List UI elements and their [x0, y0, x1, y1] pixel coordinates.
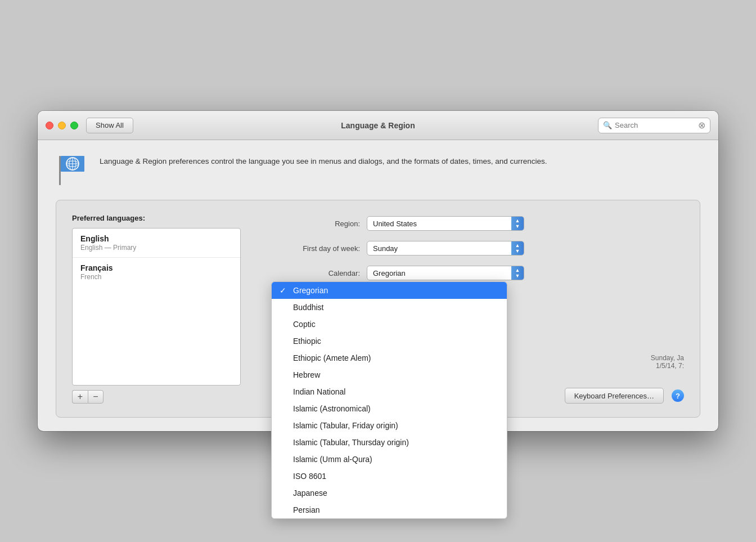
keyboard-preferences-button[interactable]: Keyboard Preferences…: [565, 388, 664, 404]
stepper-up-icon: ▲: [515, 268, 520, 273]
minimize-button[interactable]: [58, 122, 66, 129]
region-stepper[interactable]: ▲ ▼: [511, 217, 524, 230]
dropdown-item-islamic-umm[interactable]: Islamic (Umm al-Qura): [272, 451, 507, 468]
dropdown-item-ethiopic-amete[interactable]: Ethiopic (Amete Alem): [272, 350, 507, 366]
search-clear-icon[interactable]: ⊗: [698, 121, 705, 130]
calendar-row: Calendar: Gregorian ▲ ▼ Gregorian: [270, 266, 684, 280]
description-text: Language & Region preferences control th…: [100, 154, 547, 168]
language-name: Français: [80, 263, 232, 272]
dropdown-item-ethiopic[interactable]: Ethiopic: [272, 333, 507, 350]
dropdown-item-islamic-tabular-thu[interactable]: Islamic (Tabular, Thursday origin): [272, 434, 507, 451]
calendar-dropdown-wrapper: Gregorian ▲ ▼ Gregorian Buddhist Coptic …: [367, 266, 524, 280]
svg-rect-0: [59, 156, 61, 185]
stepper-down-icon: ▼: [515, 274, 520, 279]
region-value: United States: [367, 220, 511, 228]
region-row: Region: United States ▲ ▼: [270, 216, 684, 231]
dropdown-item-iso[interactable]: ISO 8601: [272, 468, 507, 485]
calendar-select[interactable]: Gregorian ▲ ▼: [367, 266, 524, 280]
window-title: Language & Region: [341, 121, 415, 130]
search-icon: 🔍: [603, 121, 612, 129]
left-panel: Preferred languages: English English — P…: [72, 214, 252, 404]
calendar-dropdown: Gregorian Buddhist Coptic Ethiopic Ethio…: [271, 281, 507, 519]
add-language-button[interactable]: +: [72, 390, 88, 404]
close-button[interactable]: [46, 122, 53, 129]
list-buttons: + −: [72, 390, 252, 404]
stepper-down-icon: ▼: [515, 224, 520, 229]
flag-icon: [56, 154, 89, 187]
traffic-lights: [46, 122, 78, 129]
dropdown-item-gregorian[interactable]: Gregorian: [272, 282, 507, 299]
remove-language-button[interactable]: −: [88, 390, 104, 404]
language-name: English: [80, 234, 232, 243]
language-subtitle: English — Primary: [80, 244, 232, 252]
show-all-button[interactable]: Show All: [86, 118, 133, 133]
right-panel: Region: United States ▲ ▼ First day of w…: [270, 214, 684, 404]
bottom-row: Keyboard Preferences… ?: [565, 388, 684, 404]
search-input[interactable]: [615, 121, 695, 129]
list-item[interactable]: Français French: [73, 258, 240, 286]
stepper-down-icon: ▼: [515, 249, 520, 254]
maximize-button[interactable]: [70, 122, 78, 129]
dropdown-item-islamic-tabular-fri[interactable]: Islamic (Tabular, Friday origin): [272, 417, 507, 434]
dropdown-item-buddhist[interactable]: Buddhist: [272, 299, 507, 316]
preferred-languages-label: Preferred languages:: [72, 214, 252, 222]
titlebar: Show All Language & Region 🔍 ⊗: [38, 111, 718, 140]
dropdown-item-indian[interactable]: Indian National: [272, 383, 507, 400]
dropdown-item-persian[interactable]: Persian: [272, 501, 507, 518]
region-select[interactable]: United States ▲ ▼: [367, 216, 524, 231]
first-day-select[interactable]: Sunday ▲ ▼: [367, 241, 524, 256]
calendar-label: Calendar:: [270, 269, 360, 277]
description-row: Language & Region preferences control th…: [56, 154, 700, 187]
dropdown-item-hebrew[interactable]: Hebrew: [272, 366, 507, 383]
language-subtitle: French: [80, 273, 232, 281]
first-day-stepper[interactable]: ▲ ▼: [511, 241, 524, 255]
list-item[interactable]: English English — Primary: [73, 229, 240, 258]
region-label: Region:: [270, 220, 360, 228]
languages-list: English English — Primary Français Frenc…: [72, 228, 241, 386]
stepper-up-icon: ▲: [515, 218, 520, 223]
dropdown-item-islamic-astro[interactable]: Islamic (Astronomical): [272, 400, 507, 417]
content-area: Language & Region preferences control th…: [38, 140, 718, 431]
first-day-value: Sunday: [367, 244, 511, 253]
first-day-label: First day of week:: [270, 244, 360, 253]
calendar-stepper[interactable]: ▲ ▼: [511, 266, 524, 280]
stepper-up-icon: ▲: [515, 243, 520, 248]
dropdown-item-japanese[interactable]: Japanese: [272, 485, 507, 501]
calendar-value: Gregorian: [367, 269, 511, 277]
search-bar: 🔍 ⊗: [598, 118, 710, 133]
first-day-row: First day of week: Sunday ▲ ▼: [270, 241, 684, 256]
help-button[interactable]: ?: [672, 389, 684, 402]
main-window: Show All Language & Region 🔍 ⊗: [38, 111, 718, 431]
dropdown-item-coptic[interactable]: Coptic: [272, 316, 507, 333]
main-panel: Preferred languages: English English — P…: [56, 200, 700, 418]
